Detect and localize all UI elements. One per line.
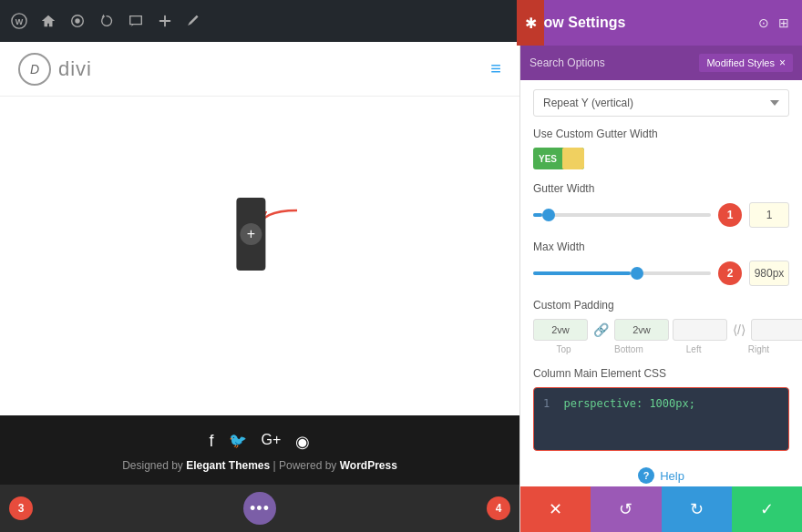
divi-header: D divi ≡: [0, 42, 519, 97]
help-label: Help: [660, 469, 684, 483]
top-toolbar: W: [0, 0, 519, 42]
settings-icon2[interactable]: ⊞: [778, 15, 789, 30]
max-width-slider-fill: [533, 271, 631, 275]
padding-labels: Top Bottom Left Right: [533, 344, 789, 354]
css-line-number: 1: [543, 397, 550, 410]
padding-right-label: Right: [728, 344, 789, 354]
css-editor-box[interactable]: 1 perspective: 1000px;: [533, 387, 789, 451]
add-button[interactable]: +: [240, 223, 262, 245]
max-width-label: Max Width: [533, 240, 789, 253]
refresh-icon[interactable]: [98, 13, 115, 29]
padding-left-input[interactable]: [673, 319, 727, 341]
step4-badge: 4: [487, 496, 510, 520]
gutter-width-label: Gutter Width: [533, 182, 789, 195]
gutter-label: Use Custom Gutter Width: [533, 128, 789, 140]
toggle-yes-label: YES: [533, 154, 562, 164]
canvas-area: +: [0, 97, 519, 415]
padding-bottom-label: Bottom: [598, 344, 659, 354]
link-icon-right: ⟨/⟩: [731, 322, 747, 337]
svg-point-3: [75, 18, 79, 23]
settings-title: Row Settings: [533, 15, 625, 31]
max-width-slider-thumb[interactable]: [631, 267, 643, 280]
max-width-slider-row: 2 980px: [533, 261, 789, 286]
pencil-icon[interactable]: [186, 13, 202, 29]
help-icon: ?: [638, 467, 654, 484]
step3-badge: 3: [9, 496, 33, 520]
asterisk-icon: ✱: [517, 0, 544, 46]
add-icon[interactable]: [157, 13, 173, 29]
settings-content: Repeat Y (vertical) No Repeat Repeat Rep…: [520, 80, 802, 486]
settings-panel: Row Settings ⊙ ⊞ Search Options Modified…: [519, 0, 802, 532]
facebook-icon[interactable]: f: [210, 432, 214, 452]
footer-credit: Designed by Elegant Themes | Powered by …: [18, 459, 501, 472]
svg-text:W: W: [15, 17, 24, 26]
cancel-button[interactable]: ✕: [520, 486, 591, 532]
comment-icon[interactable]: [128, 13, 144, 29]
search-options-bar: Search Options Modified Styles ×: [520, 46, 802, 80]
max-width-slider-track[interactable]: [533, 271, 711, 275]
modified-styles-badge[interactable]: Modified Styles ×: [699, 54, 793, 72]
padding-section: Custom Padding 🔗 ⟨/⟩ Top Bottom Left Rig…: [533, 299, 789, 354]
css-code: perspective: 1000px;: [563, 397, 695, 410]
settings-header-icons: ⊙ ⊞: [758, 15, 789, 30]
link-icon-left: 🔗: [591, 322, 611, 337]
search-options-label: Search Options: [530, 56, 692, 69]
toggle-handle: [562, 148, 584, 169]
undo-button[interactable]: ↺: [591, 486, 661, 532]
rss-icon[interactable]: ◉: [295, 432, 310, 452]
dark-bar: +: [236, 198, 265, 271]
gutter-slider-track[interactable]: [533, 213, 711, 217]
gutter-toggle[interactable]: YES: [533, 148, 584, 169]
settings-actions: ✕ ↺ ↻ ✓: [520, 486, 802, 532]
css-editor: Column Main Element CSS 1 perspective: 1…: [533, 367, 789, 451]
color-icon[interactable]: [69, 13, 86, 29]
divi-menu-icon[interactable]: ≡: [490, 58, 501, 79]
modified-styles-close[interactable]: ×: [779, 56, 786, 69]
max-width-step-badge: 2: [718, 261, 742, 285]
padding-bottom-input[interactable]: [614, 319, 669, 341]
editor-panel: W D divi ≡: [0, 0, 519, 532]
gutter-width-section: Gutter Width 1 1: [533, 182, 789, 228]
gutter-step-badge: 1: [718, 203, 742, 227]
save-button[interactable]: ✓: [732, 486, 802, 532]
gutter-toggle-container: Use Custom Gutter Width YES: [533, 128, 789, 169]
padding-top-label: Top: [533, 344, 594, 354]
settings-header: Row Settings ⊙ ⊞: [520, 0, 802, 46]
modified-styles-label: Modified Styles: [706, 57, 775, 68]
googleplus-icon[interactable]: G+: [262, 432, 282, 452]
redo-button[interactable]: ↻: [662, 486, 732, 532]
padding-label: Custom Padding: [533, 299, 789, 312]
gutter-slider-row: 1 1: [533, 202, 789, 228]
padding-right-input[interactable]: [751, 319, 802, 341]
wp-icon[interactable]: W: [11, 13, 27, 29]
help-row[interactable]: ? Help: [533, 460, 789, 486]
settings-icon1[interactable]: ⊙: [758, 15, 769, 30]
divi-logo-circle: D: [18, 53, 51, 86]
footer-icons: f 🐦 G+ ◉: [18, 432, 501, 452]
gutter-value-box[interactable]: 1: [749, 202, 789, 228]
repeat-dropdown-row: Repeat Y (vertical) No Repeat Repeat Rep…: [533, 89, 789, 117]
max-width-section: Max Width 2 980px: [533, 240, 789, 286]
css-label: Column Main Element CSS: [533, 367, 789, 380]
twitter-icon[interactable]: 🐦: [229, 432, 247, 452]
home-icon[interactable]: [40, 13, 57, 29]
divi-logo-text: divi: [58, 57, 92, 81]
bottom-action-bar: 3 ••• 4: [0, 485, 519, 532]
site-footer: f 🐦 G+ ◉ Designed by Elegant Themes | Po…: [0, 415, 519, 485]
max-width-value-box[interactable]: 980px: [749, 261, 789, 286]
add-row-element[interactable]: +: [236, 198, 265, 271]
padding-left-label: Left: [663, 344, 725, 354]
padding-top-input[interactable]: [533, 319, 588, 341]
more-options-button[interactable]: •••: [243, 492, 276, 525]
gutter-slider-thumb[interactable]: [542, 209, 555, 221]
divi-logo: D divi: [18, 53, 92, 86]
repeat-dropdown[interactable]: Repeat Y (vertical) No Repeat Repeat Rep…: [533, 89, 789, 117]
gutter-slider-fill: [533, 213, 542, 217]
